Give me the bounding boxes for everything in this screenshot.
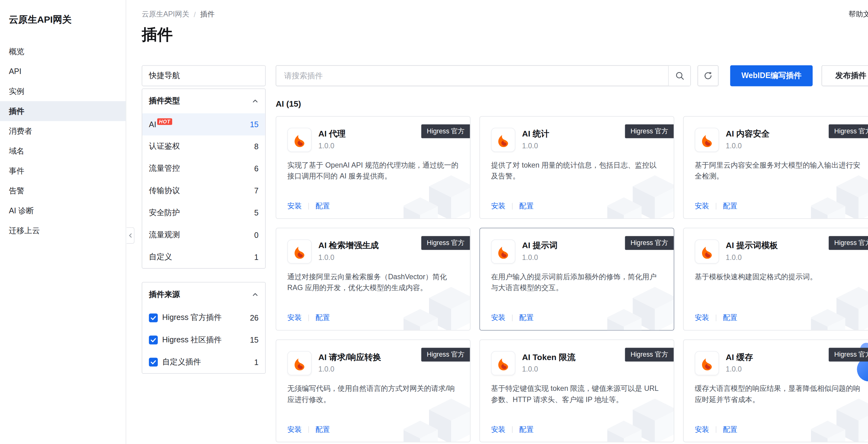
plugin-description: 通过对接阿里云向量检索服务（DashVector）简化 RAG 应用的开发，优化… xyxy=(287,271,459,294)
install-link[interactable]: 安装 xyxy=(287,201,302,211)
plugin-card[interactable]: Higress 官方 AI 提示词 1.0.0 在用户输入的提示词前后添加额外的… xyxy=(479,228,674,331)
quick-nav-label: 快捷导航 xyxy=(149,71,180,81)
filter-type-ai[interactable]: AIHOT 15 xyxy=(142,113,265,136)
checkbox-checked[interactable] xyxy=(149,313,158,322)
configure-link[interactable]: 配置 xyxy=(723,425,737,435)
check-icon xyxy=(150,315,157,321)
plugin-card[interactable]: Higress 官方 AI Token 限流 1.0.0 基于特定键值实现 to… xyxy=(479,340,674,442)
configure-link[interactable]: 配置 xyxy=(723,201,737,211)
sidebar-item-instances[interactable]: 实例 xyxy=(0,81,126,101)
plugin-description: 提供了对 token 用量的统计信息，包括日志、监控以及告警。 xyxy=(491,160,662,182)
plugin-version: 1.0.0 xyxy=(318,365,381,373)
filter-source-official[interactable]: Higress 官方插件 26 xyxy=(142,307,265,329)
action-divider xyxy=(512,426,513,433)
configure-link[interactable]: 配置 xyxy=(315,425,330,435)
card-meta: AI 统计 1.0.0 xyxy=(522,128,549,152)
filter-type-traffic-control[interactable]: 流量管控 6 xyxy=(142,158,265,180)
search-button[interactable] xyxy=(668,66,690,86)
install-link[interactable]: 安装 xyxy=(491,201,505,211)
plugin-card[interactable]: Higress 官方 AI 缓存 1.0.0 缓存大语言模型的响应结果，显著降低… xyxy=(683,340,868,442)
official-badge: Higress 官方 xyxy=(625,348,674,361)
install-link[interactable]: 安装 xyxy=(287,425,302,435)
filter-type-label: 流量观测 xyxy=(149,230,180,240)
sidebar-item-ai-diagnosis[interactable]: AI 诊断 xyxy=(0,201,126,220)
publish-plugin-button[interactable]: 发布插件 xyxy=(822,65,868,87)
card-meta: AI 请求/响应转换 1.0.0 xyxy=(318,351,381,375)
card-actions: 安装 配置 xyxy=(491,201,534,211)
configure-link[interactable]: 配置 xyxy=(315,201,330,211)
card-meta: AI 缓存 1.0.0 xyxy=(726,351,753,375)
checkbox-checked[interactable] xyxy=(149,336,158,344)
help-link[interactable]: 帮助文档 xyxy=(849,9,868,19)
card-meta: AI 提示词 1.0.0 xyxy=(522,239,558,264)
official-badge: Higress 官方 xyxy=(421,236,470,250)
filter-type-custom[interactable]: 自定义 1 xyxy=(142,246,265,268)
sidebar-item-domains[interactable]: 域名 xyxy=(0,141,126,161)
filter-type-count: 6 xyxy=(254,164,258,173)
plugin-title: AI 提示词 xyxy=(522,240,558,251)
card-actions: 安装 配置 xyxy=(694,201,737,211)
filter-type-count: 5 xyxy=(254,208,258,217)
plugin-type-header[interactable]: 插件类型 xyxy=(142,89,265,113)
card-meta: AI 提示词模板 1.0.0 xyxy=(726,239,778,264)
filter-type-protocol[interactable]: 传输协议 7 xyxy=(142,180,265,202)
sidebar-item-consumers[interactable]: 消费者 xyxy=(0,121,126,141)
filter-type-security[interactable]: 安全防护 5 xyxy=(142,202,265,224)
breadcrumb-root[interactable]: 云原生API网关 xyxy=(142,9,189,19)
install-link[interactable]: 安装 xyxy=(287,313,302,323)
filter-type-label: AIHOT xyxy=(149,120,172,129)
filter-source-label: 自定义插件 xyxy=(149,357,201,367)
filter-type-auth[interactable]: 认证鉴权 8 xyxy=(142,136,265,158)
sidebar-item-api[interactable]: API xyxy=(0,61,126,81)
filter-type-observability[interactable]: 流量观测 0 xyxy=(142,224,265,246)
plugin-version: 1.0.0 xyxy=(318,141,345,150)
configure-link[interactable]: 配置 xyxy=(519,201,534,211)
higress-logo-icon xyxy=(491,239,515,264)
sidebar-item-plugins[interactable]: 插件 xyxy=(0,101,126,121)
chevron-up-icon xyxy=(252,291,258,298)
card-actions: 安装 配置 xyxy=(491,425,534,435)
filter-type-count: 7 xyxy=(254,186,258,195)
configure-link[interactable]: 配置 xyxy=(315,313,330,323)
search-input[interactable] xyxy=(276,66,668,86)
action-divider xyxy=(308,426,309,433)
chevron-left-icon xyxy=(128,233,133,238)
sidebar-item-overview[interactable]: 概览 xyxy=(0,41,126,61)
sidebar-item-events[interactable]: 事件 xyxy=(0,161,126,181)
sidebar-item-alerts[interactable]: 告警 xyxy=(0,181,126,201)
filter-source-custom[interactable]: 自定义插件 1 xyxy=(142,351,265,373)
plugin-card[interactable]: Higress 官方 AI 统计 1.0.0 提供了对 token 用量的统计信… xyxy=(479,116,674,219)
plugin-card[interactable]: Higress 官方 AI 代理 1.0.0 实现了基于 OpenAI API … xyxy=(276,116,470,219)
action-divider xyxy=(716,203,716,210)
install-link[interactable]: 安装 xyxy=(491,313,505,323)
official-badge: Higress 官方 xyxy=(625,124,674,138)
sidebar-item-migration[interactable]: 迁移上云 xyxy=(0,220,126,240)
filter-source-community[interactable]: Higress 社区插件 15 xyxy=(142,329,265,351)
configure-link[interactable]: 配置 xyxy=(519,313,534,323)
sidebar-collapse-handle[interactable] xyxy=(126,227,134,244)
plugin-source-header[interactable]: 插件来源 xyxy=(142,283,265,307)
filter-source-label: Higress 官方插件 xyxy=(149,313,222,323)
plugin-description: 基于特定键值实现 token 限流，键值来源可以是 URL 参数、HTTP 请求… xyxy=(491,383,662,405)
search-group xyxy=(276,65,691,87)
install-link[interactable]: 安装 xyxy=(491,425,505,435)
checkbox-checked[interactable] xyxy=(149,357,158,366)
plugin-card[interactable]: Higress 官方 AI 请求/响应转换 1.0.0 无须编写代码，使用自然语… xyxy=(276,340,470,442)
check-icon xyxy=(150,359,157,365)
refresh-button[interactable] xyxy=(698,65,718,87)
plugin-card[interactable]: Higress 官方 AI 内容安全 1.0.0 基于阿里云内容安全服务对大模型… xyxy=(683,116,868,219)
install-link[interactable]: 安装 xyxy=(694,313,709,323)
configure-link[interactable]: 配置 xyxy=(519,425,534,435)
higress-logo-icon xyxy=(694,128,719,152)
install-link[interactable]: 安装 xyxy=(694,201,709,211)
configure-link[interactable]: 配置 xyxy=(723,313,737,323)
action-divider xyxy=(512,203,513,210)
plugin-card[interactable]: Higress 官方 AI 检索增强生成 1.0.0 通过对接阿里云向量检索服务… xyxy=(276,228,470,331)
official-badge: Higress 官方 xyxy=(829,124,868,138)
filter-source-label: Higress 社区插件 xyxy=(149,335,222,345)
plugin-card[interactable]: Higress 官方 AI 提示词模板 1.0.0 基于模板快速构建固定格式的提… xyxy=(683,228,868,331)
refresh-icon xyxy=(704,71,712,80)
check-icon xyxy=(150,337,157,343)
webide-button[interactable]: WebIDE编写插件 xyxy=(731,65,813,87)
install-link[interactable]: 安装 xyxy=(694,425,709,435)
